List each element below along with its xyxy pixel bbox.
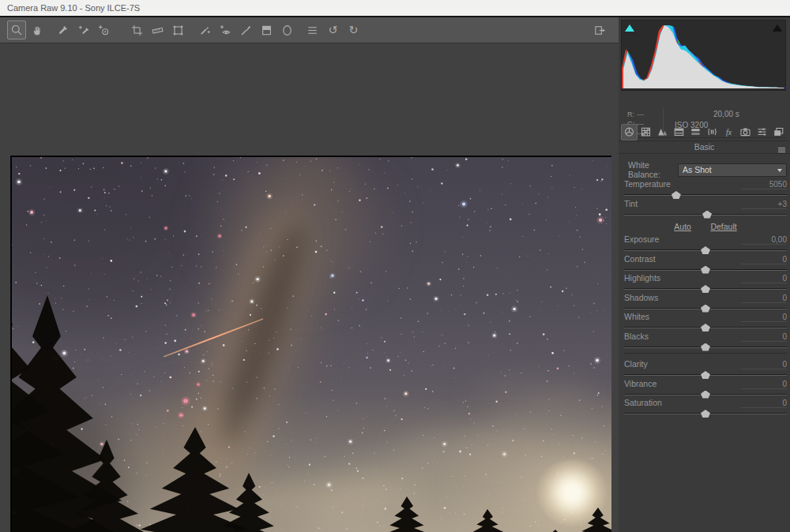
slider-value-whites[interactable]: 0 — [741, 313, 787, 322]
tab-presets[interactable] — [754, 124, 770, 140]
section-divider — [624, 353, 787, 358]
slider-temperature: Temperature5050 — [624, 178, 787, 198]
fullscreen-toggle-icon[interactable] — [590, 21, 609, 39]
window-title: Camera Raw 9.10 - Sony ILCE-7S — [0, 0, 790, 16]
slider-label-exposure: Exposure — [624, 234, 659, 244]
slider-value-vibrance[interactable]: 0 — [741, 380, 787, 389]
slider-value-clarity[interactable]: 0 — [741, 360, 787, 369]
slider-label-saturation: Saturation — [624, 398, 662, 407]
toolbar: ↺↻ — [0, 17, 619, 43]
slider-shadows: Shadows0 — [624, 292, 787, 312]
slider-highlights: Highlights0 — [624, 272, 787, 292]
svg-text:fx: fx — [726, 128, 732, 137]
slider-label-temperature: Temperature — [624, 179, 671, 189]
crop-tool[interactable] — [127, 21, 146, 39]
slider-exposure: Exposure0,00 — [624, 234, 787, 253]
tree-silhouettes — [12, 157, 611, 532]
image-canvas[interactable] — [0, 43, 619, 532]
slider-value-highlights[interactable]: 0 — [741, 274, 787, 283]
photo-preview[interactable] — [10, 155, 611, 532]
slider-label-clarity: Clarity — [624, 359, 648, 369]
targeted-adjustment-tool[interactable] — [94, 21, 113, 39]
slider-label-whites: Whites — [624, 312, 649, 321]
radial-filter-tool[interactable] — [277, 21, 296, 39]
slider-label-contrast: Contrast — [624, 254, 656, 264]
color-sampler-tool[interactable] — [73, 21, 92, 39]
adjustments-panel: R:--- G:--- B:--- 20,00 s ISO 3200 fx Ba… — [619, 17, 790, 532]
slider-thumb-tint[interactable] — [702, 211, 712, 219]
slider-label-highlights: Highlights — [624, 273, 660, 283]
white-balance-label: White Balance: — [628, 160, 678, 179]
rotate-left-tool[interactable]: ↺ — [323, 21, 342, 39]
wb-sliders: Temperature5050Tint+3 — [624, 178, 787, 217]
default-link[interactable]: Default — [710, 222, 736, 231]
transform-tool[interactable] — [168, 21, 187, 39]
hand-tool[interactable] — [28, 21, 47, 39]
presence-sliders: Clarity0Vibrance0Saturation0 — [624, 358, 787, 417]
slider-label-shadows: Shadows — [624, 293, 658, 302]
highlight-clipping-indicator[interactable] — [771, 23, 784, 33]
slider-vibrance: Vibrance0 — [624, 378, 787, 398]
red-eye-tool[interactable] — [216, 21, 235, 39]
slider-thumb-saturation[interactable] — [701, 410, 710, 418]
straighten-tool[interactable] — [148, 21, 167, 39]
white-balance-select[interactable]: As Shot — [678, 163, 787, 177]
white-balance-value: As Shot — [683, 165, 712, 174]
shutter-speed: 20,00 s — [713, 110, 782, 118]
tab-lens-corrections[interactable] — [704, 124, 720, 140]
preferences-tool[interactable] — [303, 21, 322, 39]
slider-value-saturation[interactable]: 0 — [741, 399, 787, 408]
zoom-tool[interactable] — [7, 21, 26, 39]
tab-camera-calibration[interactable] — [737, 124, 754, 140]
slider-thumb-blacks[interactable] — [701, 343, 710, 351]
adjustment-brush-tool[interactable] — [236, 21, 255, 39]
tab-hsl-grayscale[interactable] — [671, 124, 687, 140]
tab-split-toning[interactable] — [687, 124, 704, 140]
slider-track-saturation[interactable] — [624, 410, 787, 418]
slider-saturation: Saturation0 — [624, 397, 787, 417]
panel-header: Basic — [619, 140, 790, 154]
spot-removal-tool[interactable] — [195, 21, 214, 39]
panel-title: Basic — [694, 142, 715, 152]
r-value: --- — [637, 111, 644, 118]
slider-blacks: Blacks0 — [624, 331, 787, 350]
tab-snapshots[interactable] — [770, 124, 787, 140]
slider-contrast: Contrast0 — [624, 253, 787, 273]
slider-tint: Tint+3 — [624, 198, 787, 218]
slider-value-temperature[interactable]: 5050 — [741, 180, 787, 189]
tab-detail[interactable] — [654, 124, 671, 140]
auto-link[interactable]: Auto — [674, 222, 691, 231]
slider-clarity: Clarity0 — [624, 358, 787, 378]
auto-default-row: Auto Default — [624, 217, 787, 234]
panel-menu-icon[interactable] — [778, 144, 785, 156]
panel-tabs: fx — [619, 124, 790, 140]
white-balance-row: White Balance: As Shot — [624, 161, 787, 178]
basic-controls: White Balance: As Shot Temperature5050Ti… — [624, 156, 787, 417]
slider-label-blacks: Blacks — [624, 332, 649, 341]
tab-effects[interactable]: fx — [720, 124, 737, 140]
slider-value-exposure[interactable]: 0,00 — [741, 235, 787, 245]
rotate-right-tool[interactable]: ↻ — [344, 21, 363, 39]
slider-track-blacks[interactable] — [624, 344, 787, 352]
tab-tone-curve[interactable] — [638, 124, 654, 140]
white-balance-tool[interactable] — [53, 21, 72, 39]
slider-value-shadows[interactable]: 0 — [741, 294, 787, 303]
slider-label-tint: Tint — [624, 199, 638, 208]
svg-text:↻: ↻ — [348, 24, 358, 36]
chevron-down-icon — [777, 169, 782, 172]
photo-image — [12, 157, 611, 532]
tab-basic[interactable] — [621, 124, 638, 140]
histogram[interactable] — [621, 20, 786, 91]
graduated-filter-tool[interactable] — [257, 21, 276, 39]
slider-value-tint[interactable]: +3 — [741, 200, 787, 209]
tone-sliders: Exposure0,00Contrast0Highlights0Shadows0… — [624, 234, 787, 350]
slider-track-tint[interactable] — [624, 212, 787, 219]
slider-value-contrast[interactable]: 0 — [741, 255, 787, 264]
shadow-clipping-indicator[interactable] — [623, 23, 636, 33]
slider-value-blacks[interactable]: 0 — [741, 332, 787, 342]
slider-whites: Whites0 — [624, 311, 787, 331]
slider-label-vibrance: Vibrance — [624, 379, 656, 388]
camera-raw-window: Camera Raw 9.10 - Sony ILCE-7S ↺↻ R:--- … — [0, 0, 790, 532]
svg-text:↺: ↺ — [328, 24, 337, 36]
